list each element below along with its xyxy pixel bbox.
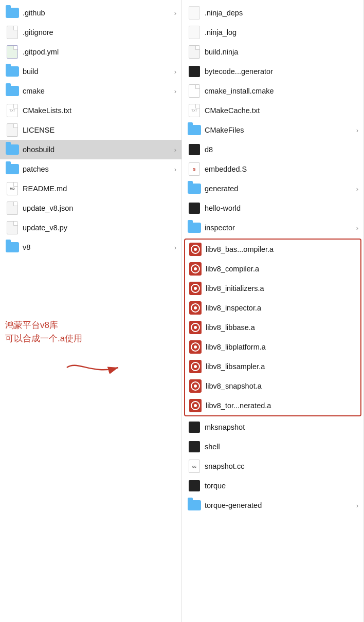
file-label: torque-generated xyxy=(205,501,354,509)
file-label: v8 xyxy=(23,243,172,251)
exec-icon-wrap xyxy=(187,479,202,493)
chevron-icon: › xyxy=(174,166,176,173)
file-label: torque xyxy=(205,482,358,490)
lib-icon-wrap xyxy=(188,340,203,354)
file-label: build xyxy=(23,67,172,76)
ninja-icon-wrap xyxy=(187,6,202,20)
right-item-ninja-log[interactable]: .ninja_log xyxy=(182,23,363,42)
left-item-readme[interactable]: MD README.md xyxy=(0,179,181,198)
right-item-libv8-inspector[interactable]: libv8_inspector.a xyxy=(185,298,360,318)
right-item-shell[interactable]: shell xyxy=(182,437,363,456)
lib-icon-wrap xyxy=(188,262,203,276)
file-label: cmake xyxy=(23,87,172,95)
right-item-torque-generated[interactable]: torque-generated › xyxy=(182,496,363,515)
file-label: libv8_libplatform.a xyxy=(206,343,355,351)
file-icon-wrap xyxy=(5,25,20,40)
folder-icon xyxy=(187,181,202,196)
left-item-build[interactable]: build › xyxy=(0,62,181,81)
right-item-libv8-libbase[interactable]: libv8_libbase.a xyxy=(185,318,360,337)
file-label: libv8_initializers.a xyxy=(206,284,355,292)
file-label: CMakeCache.txt xyxy=(205,106,358,115)
left-item-update-py[interactable]: update_v8.py xyxy=(0,218,181,237)
file-label: hello-world xyxy=(205,204,358,212)
right-item-cmakecache[interactable]: TXT CMakeCache.txt xyxy=(182,101,363,120)
right-item-generated[interactable]: generated › xyxy=(182,179,363,198)
left-item-cmakelists[interactable]: TXT CMakeLists.txt xyxy=(0,101,181,120)
left-item-gitpod[interactable]: .gitpod.yml xyxy=(0,42,181,62)
file-label: embedded.S xyxy=(205,165,358,173)
right-item-cmakefiles[interactable]: CMakeFiles › xyxy=(182,120,363,140)
right-item-libv8-initializers[interactable]: libv8_initializers.a xyxy=(185,279,360,298)
file-icon-wrap xyxy=(187,45,202,59)
folder-icon xyxy=(5,64,20,79)
left-item-v8[interactable]: v8 › xyxy=(0,237,181,257)
right-item-embedded-s[interactable]: S embedded.S xyxy=(182,159,363,179)
file-label: libv8_libsampler.a xyxy=(206,362,355,371)
txt-icon-wrap: TXT xyxy=(5,103,20,118)
lib-icon-wrap xyxy=(188,398,203,413)
folder-icon xyxy=(187,221,202,235)
folder-icon xyxy=(5,240,20,254)
asm-icon-wrap: S xyxy=(187,162,202,176)
right-item-libv8-bas-compiler[interactable]: libv8_bas...ompiler.a xyxy=(185,240,360,259)
right-item-libv8-libsampler[interactable]: libv8_libsampler.a xyxy=(185,357,360,376)
cc-icon-wrap: cc xyxy=(187,459,202,473)
file-label: README.md xyxy=(23,185,176,193)
yaml-icon-wrap xyxy=(5,45,20,59)
file-label: libv8_compiler.a xyxy=(206,265,355,273)
left-item-license[interactable]: LICENSE xyxy=(0,120,181,140)
file-label: inspector xyxy=(205,224,354,232)
folder-icon xyxy=(5,6,20,20)
file-label: CMakeFiles xyxy=(205,126,354,134)
lib-icon-wrap xyxy=(188,379,203,393)
right-item-d8[interactable]: d8 xyxy=(182,140,363,159)
file-label: .ninja_log xyxy=(205,28,358,36)
left-item-ohosbuild[interactable]: ohosbuild › xyxy=(0,140,181,159)
file-icon-wrap xyxy=(5,123,20,137)
txt-icon-wrap: TXT xyxy=(187,103,202,118)
file-label: update_v8.json xyxy=(23,204,176,212)
chevron-icon: › xyxy=(174,68,176,76)
right-item-bytecode-gen[interactable]: bytecode...generator xyxy=(182,62,363,81)
right-item-inspector[interactable]: inspector › xyxy=(182,218,363,237)
md-icon-wrap: MD xyxy=(5,181,20,196)
right-item-hello-world[interactable]: hello-world xyxy=(182,198,363,218)
file-label: .github xyxy=(23,9,172,17)
right-item-torque[interactable]: torque xyxy=(182,476,363,496)
right-item-libv8-snapshot[interactable]: libv8_snapshot.a xyxy=(185,376,360,396)
file-label: mksnapshot xyxy=(205,423,358,431)
lib-icon-wrap xyxy=(188,242,203,257)
left-item-github[interactable]: .github › xyxy=(0,3,181,23)
file-label: libv8_bas...ompiler.a xyxy=(206,245,355,253)
arrow-icon xyxy=(62,355,123,380)
file-label: CMakeLists.txt xyxy=(23,106,176,115)
left-item-update-json[interactable]: update_v8.json xyxy=(0,198,181,218)
file-label: generated xyxy=(205,185,354,193)
folder-icon xyxy=(187,123,202,137)
chevron-icon: › xyxy=(174,9,176,17)
right-item-build-ninja[interactable]: build.ninja xyxy=(182,42,363,62)
file-label: snapshot.cc xyxy=(205,462,358,470)
file-label: build.ninja xyxy=(205,48,358,56)
file-icon-wrap xyxy=(5,201,20,215)
file-label: shell xyxy=(205,443,358,451)
file-label: LICENSE xyxy=(23,126,176,134)
right-item-libv8-tor-nerated[interactable]: libv8_tor...nerated.a xyxy=(185,396,360,415)
file-label: d8 xyxy=(205,145,358,154)
right-item-cmake-install[interactable]: cmake_install.cmake xyxy=(182,81,363,101)
right-item-mksnapshot[interactable]: mksnapshot xyxy=(182,417,363,437)
folder-icon xyxy=(5,162,20,176)
right-item-snapshot-cc[interactable]: cc snapshot.cc xyxy=(182,456,363,476)
right-item-libv8-libplatform[interactable]: libv8_libplatform.a xyxy=(185,337,360,357)
right-item-libv8-compiler[interactable]: libv8_compiler.a xyxy=(185,259,360,279)
right-item-ninja-deps[interactable]: .ninja_deps xyxy=(182,3,363,23)
file-label: libv8_inspector.a xyxy=(206,304,355,312)
left-item-cmake[interactable]: cmake › xyxy=(0,81,181,101)
chevron-icon: › xyxy=(174,244,176,251)
chevron-icon: › xyxy=(356,224,358,232)
file-label: ohosbuild xyxy=(23,145,172,154)
left-panel: 鸿蒙平台v8库可以合成一个.a使用 .github › .gitignore .… xyxy=(0,0,182,622)
left-item-patches[interactable]: patches › xyxy=(0,159,181,179)
left-item-gitignore[interactable]: .gitignore xyxy=(0,23,181,42)
folder-icon xyxy=(5,142,20,157)
